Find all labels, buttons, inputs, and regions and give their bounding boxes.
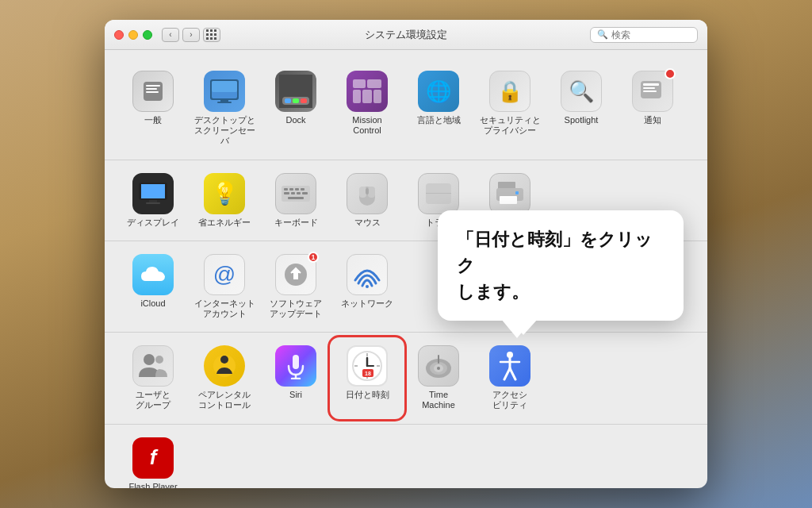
pref-siri[interactable]: Siri xyxy=(260,339,331,417)
users-label: ユーザと グループ xyxy=(136,390,170,410)
pref-notification[interactable]: 通知 xyxy=(617,64,688,153)
notification-icon xyxy=(632,71,673,112)
svg-rect-24 xyxy=(141,184,165,198)
grid-view-button[interactable] xyxy=(203,28,220,42)
network-label: ネットワーク xyxy=(341,298,393,309)
svg-rect-40 xyxy=(366,188,369,194)
dock-icon xyxy=(275,71,316,112)
pref-flashplayer[interactable]: f Flash Player xyxy=(117,431,189,489)
pref-internet[interactable]: @ インターネット アカウント xyxy=(189,248,260,325)
svg-rect-12 xyxy=(293,98,299,103)
pref-software[interactable]: 1 ソフトウェア アップデート xyxy=(260,248,331,325)
svg-point-49 xyxy=(144,354,155,365)
svg-rect-31 xyxy=(301,188,304,190)
datetime-label: 日付と時刻 xyxy=(346,390,389,400)
svg-rect-53 xyxy=(293,355,299,369)
users-icon xyxy=(132,345,174,387)
svg-point-50 xyxy=(155,356,163,364)
icloud-label: iCloud xyxy=(140,298,165,309)
svg-rect-28 xyxy=(284,188,288,190)
pref-parental[interactable]: ペアレンタル コントロール xyxy=(189,339,260,417)
pref-desktop[interactable]: デスクトップと スクリーンセーバ xyxy=(189,64,260,153)
svg-rect-15 xyxy=(367,79,381,88)
dock-icon-svg xyxy=(279,75,312,108)
icon-grid-bottom: f Flash Player xyxy=(117,431,695,489)
back-button[interactable]: ‹ xyxy=(162,28,179,42)
pref-users[interactable]: ユーザと グループ xyxy=(117,339,189,417)
trackpad-icon xyxy=(418,173,459,214)
svg-rect-33 xyxy=(291,192,295,194)
minimize-button[interactable] xyxy=(128,30,138,40)
svg-rect-32 xyxy=(284,192,289,194)
svg-rect-1 xyxy=(146,85,160,87)
siri-icon-svg xyxy=(285,352,306,379)
ippan-icon xyxy=(132,71,174,112)
forward-button[interactable]: › xyxy=(182,28,200,42)
pref-energy[interactable]: 💡 省エネルギー xyxy=(189,167,260,234)
dock-label: Dock xyxy=(285,115,305,125)
svg-line-73 xyxy=(504,368,510,379)
search-box[interactable]: 🔍 xyxy=(590,27,698,43)
desktop-icon xyxy=(204,71,245,112)
siri-icon xyxy=(275,345,316,387)
parental-icon-svg xyxy=(210,352,239,380)
section-other: f Flash Player xyxy=(105,425,707,489)
svg-rect-14 xyxy=(353,79,366,88)
users-icon-svg xyxy=(137,352,169,380)
pref-spotlight[interactable]: 🔍 Spotlight xyxy=(546,64,617,153)
icloud-icon-svg xyxy=(138,264,168,286)
svg-rect-2 xyxy=(146,88,157,90)
svg-rect-36 xyxy=(288,197,304,199)
mouse-icon xyxy=(347,173,388,214)
callout-arrow xyxy=(501,319,533,338)
close-button[interactable] xyxy=(114,30,124,40)
printer-icon xyxy=(489,173,530,214)
svg-rect-39 xyxy=(368,187,375,198)
network-icon xyxy=(347,254,388,295)
svg-rect-22 xyxy=(643,90,657,92)
pref-mouse[interactable]: マウス xyxy=(331,167,403,234)
flash-icon: f xyxy=(132,437,174,479)
svg-rect-20 xyxy=(643,83,659,86)
search-input[interactable] xyxy=(611,29,691,40)
svg-rect-13 xyxy=(301,98,307,103)
svg-rect-30 xyxy=(295,188,299,190)
trackpad-icon-svg xyxy=(424,182,453,206)
svg-rect-11 xyxy=(285,98,291,103)
keyboard-icon xyxy=(275,173,316,214)
display-label: ディスプレイ xyxy=(127,217,179,228)
maximize-button[interactable] xyxy=(143,30,152,40)
system-preferences-window: ‹ › システム環境設定 🔍 xyxy=(105,20,707,488)
software-badge: 1 xyxy=(308,252,319,263)
titlebar: ‹ › システム環境設定 🔍 xyxy=(105,20,707,50)
pref-ippan[interactable]: 一般 xyxy=(117,64,189,153)
pref-network[interactable]: ネットワーク xyxy=(331,248,403,325)
energy-label: 省エネルギー xyxy=(198,217,251,228)
notification-label: 通知 xyxy=(644,115,661,125)
pref-datetime[interactable]: 18 日付と時刻 xyxy=(331,339,403,417)
mouse-icon-svg xyxy=(358,180,377,207)
pref-display[interactable]: ディスプレイ xyxy=(117,167,189,234)
mission-icon-svg xyxy=(352,78,382,105)
search-icon: 🔍 xyxy=(597,29,608,40)
datetime-icon: 18 xyxy=(347,345,388,387)
timemachine-icon-svg xyxy=(423,352,454,379)
section-personal: 一般 デスクトップと スクリーンセーバ xyxy=(105,58,707,160)
ippan-icon-svg xyxy=(140,79,166,104)
pref-timemachine[interactable]: Time Machine xyxy=(403,339,474,417)
keyboard-icon-svg xyxy=(280,183,312,205)
pref-security[interactable]: 🔒 セキュリティと プライバシー xyxy=(474,64,546,153)
desktop-icon-svg xyxy=(209,79,239,104)
keyboard-label: キーボード xyxy=(274,217,318,228)
pref-icloud[interactable]: iCloud xyxy=(117,248,189,325)
svg-rect-8 xyxy=(217,102,232,103)
display-icon xyxy=(132,173,174,214)
pref-keyboard[interactable]: キーボード xyxy=(260,167,331,234)
section-system: ユーザと グループ ペアレンタル コントロール xyxy=(105,333,707,424)
pref-mission[interactable]: Mission Control xyxy=(331,64,403,153)
svg-rect-38 xyxy=(359,187,366,198)
pref-accessibility[interactable]: アクセシ ビリティ xyxy=(474,339,546,417)
svg-rect-35 xyxy=(302,192,308,194)
pref-language[interactable]: 🌐 言語と地域 xyxy=(403,64,474,153)
pref-dock[interactable]: Dock xyxy=(260,64,331,153)
